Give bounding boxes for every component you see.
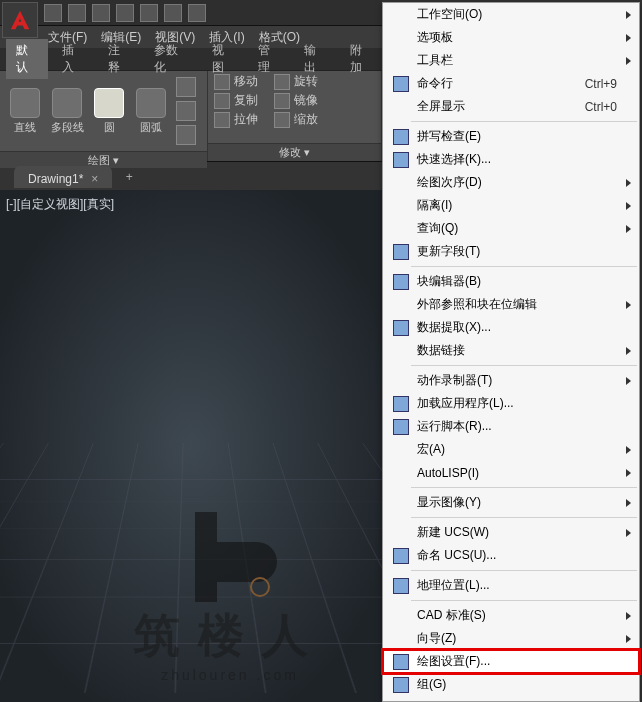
menu-item-label: 工作空间(O) bbox=[413, 6, 633, 23]
menu-item[interactable]: 绘图次序(D) bbox=[383, 171, 639, 194]
menu-item[interactable]: 快速选择(K)... bbox=[383, 148, 639, 171]
ribbon-panel: 直线 多段线 圆 圆弧 绘图 ▾ bbox=[0, 70, 382, 162]
menu-separator bbox=[411, 487, 637, 488]
add-tab-button[interactable]: + bbox=[118, 166, 140, 188]
ribbon-tabs: 默认 插入 注释 参数化 视图 管理 输出 附加 bbox=[0, 48, 382, 70]
menu-item-label: 数据链接 bbox=[413, 342, 633, 359]
menu-item[interactable]: 查询(Q) bbox=[383, 217, 639, 240]
menu-item-icon bbox=[389, 419, 413, 435]
menu-item[interactable]: 宏(A) bbox=[383, 438, 639, 461]
menu-item[interactable]: 外部参照和块在位编辑 bbox=[383, 293, 639, 316]
menu-item[interactable]: 向导(Z) bbox=[383, 627, 639, 650]
menu-item[interactable]: 显示图像(Y) bbox=[383, 491, 639, 514]
menu-item-icon bbox=[389, 152, 413, 168]
menu-item-icon bbox=[389, 677, 413, 693]
menu-item-label: 绘图设置(F)... bbox=[413, 653, 633, 670]
file-tab-drawing1[interactable]: Drawing1* × bbox=[14, 166, 112, 188]
menu-item-label: 运行脚本(R)... bbox=[413, 418, 633, 435]
menu-item[interactable]: 拼写检查(E) bbox=[383, 125, 639, 148]
qat-redo-icon[interactable] bbox=[188, 4, 206, 22]
menu-item-shortcut: Ctrl+0 bbox=[585, 100, 633, 114]
qat-undo-icon[interactable] bbox=[164, 4, 182, 22]
tool-circle[interactable]: 圆 bbox=[90, 88, 128, 135]
menu-item-label: CAD 标准(S) bbox=[413, 607, 633, 624]
menu-item[interactable]: 地理位置(L)... bbox=[383, 574, 639, 597]
menu-item-label: 全屏显示 bbox=[413, 98, 585, 115]
menu-separator bbox=[411, 121, 637, 122]
tool-arc[interactable]: 圆弧 bbox=[132, 88, 170, 135]
menu-item-label: 更新字段(T) bbox=[413, 243, 633, 260]
menu-item-label: 显示图像(Y) bbox=[413, 494, 633, 511]
menu-separator bbox=[411, 517, 637, 518]
close-icon[interactable]: × bbox=[91, 172, 98, 186]
menu-item[interactable]: 组(G) bbox=[383, 673, 639, 696]
menu-item-label: 快速选择(K)... bbox=[413, 151, 633, 168]
file-tab-label: Drawing1* bbox=[28, 172, 83, 186]
tool-line[interactable]: 直线 bbox=[6, 88, 44, 135]
tool-polyline[interactable]: 多段线 bbox=[48, 88, 86, 135]
menu-item-label: 隔离(I) bbox=[413, 197, 633, 214]
menu-item-label: 加载应用程序(L)... bbox=[413, 395, 633, 412]
menu-item[interactable]: 更新字段(T) bbox=[383, 240, 639, 263]
menu-item[interactable]: 运行脚本(R)... bbox=[383, 415, 639, 438]
tool-stretch[interactable]: 拉伸缩放 bbox=[214, 111, 375, 128]
menu-item-icon bbox=[389, 654, 413, 670]
tool-misc-icon[interactable] bbox=[176, 125, 196, 145]
tools-context-menu: 工作空间(O)选项板工具栏命令行Ctrl+9全屏显示Ctrl+0拼写检查(E)快… bbox=[382, 2, 640, 702]
tool-copy[interactable]: 复制镜像 bbox=[214, 92, 375, 109]
menu-item-icon bbox=[389, 548, 413, 564]
qat-open-icon[interactable] bbox=[68, 4, 86, 22]
menu-item[interactable]: 全屏显示Ctrl+0 bbox=[383, 95, 639, 118]
menu-item[interactable]: 绘图设置(F)... bbox=[383, 650, 639, 673]
menu-item-label: 组(G) bbox=[413, 676, 633, 693]
menu-item[interactable]: 数据链接 bbox=[383, 339, 639, 362]
menu-item-label: 块编辑器(B) bbox=[413, 273, 633, 290]
menu-item-icon bbox=[389, 244, 413, 260]
tool-misc-icon[interactable] bbox=[176, 77, 196, 97]
menu-item-label: 新建 UCS(W) bbox=[413, 524, 633, 541]
menu-item-label: 地理位置(L)... bbox=[413, 577, 633, 594]
menu-item-label: AutoLISP(I) bbox=[413, 466, 633, 480]
menu-item-icon bbox=[389, 76, 413, 92]
menu-item-icon bbox=[389, 129, 413, 145]
menu-item[interactable]: 数据提取(X)... bbox=[383, 316, 639, 339]
menu-item[interactable]: 命令行Ctrl+9 bbox=[383, 72, 639, 95]
quick-access-toolbar bbox=[0, 0, 382, 26]
menu-item-label: 选项板 bbox=[413, 29, 633, 46]
menu-item[interactable]: 选项板 bbox=[383, 26, 639, 49]
menu-item[interactable]: 块编辑器(B) bbox=[383, 270, 639, 293]
model-viewport[interactable]: [-][自定义视图][真实] 筑楼人 zhulouren .com bbox=[0, 190, 382, 702]
menu-item[interactable]: 隔离(I) bbox=[383, 194, 639, 217]
menu-item-label: 命名 UCS(U)... bbox=[413, 547, 633, 564]
menu-item[interactable]: 动作录制器(T) bbox=[383, 369, 639, 392]
menu-item-label: 绘图次序(D) bbox=[413, 174, 633, 191]
menu-item[interactable]: 新建 UCS(W) bbox=[383, 521, 639, 544]
tool-misc-icon[interactable] bbox=[176, 101, 196, 121]
menu-item-label: 命令行 bbox=[413, 75, 585, 92]
menu-item-icon bbox=[389, 396, 413, 412]
menu-separator bbox=[411, 365, 637, 366]
menu-item-icon bbox=[389, 320, 413, 336]
menu-item-label: 向导(Z) bbox=[413, 630, 633, 647]
menu-item[interactable]: 加载应用程序(L)... bbox=[383, 392, 639, 415]
qat-new-icon[interactable] bbox=[44, 4, 62, 22]
menu-item-label: 查询(Q) bbox=[413, 220, 633, 237]
qat-saveas-icon[interactable] bbox=[116, 4, 134, 22]
viewport-label[interactable]: [-][自定义视图][真实] bbox=[6, 196, 114, 213]
app-logo[interactable] bbox=[2, 2, 38, 38]
tool-move[interactable]: 移动旋转 bbox=[214, 73, 375, 90]
menu-item-shortcut: Ctrl+9 bbox=[585, 77, 633, 91]
menu-item-label: 宏(A) bbox=[413, 441, 633, 458]
menu-item[interactable]: 工作空间(O) bbox=[383, 3, 639, 26]
qat-save-icon[interactable] bbox=[92, 4, 110, 22]
menu-item-label: 动作录制器(T) bbox=[413, 372, 633, 389]
menu-item[interactable]: CAD 标准(S) bbox=[383, 604, 639, 627]
menu-separator bbox=[411, 570, 637, 571]
menu-item[interactable]: 工具栏 bbox=[383, 49, 639, 72]
menu-item-label: 外部参照和块在位编辑 bbox=[413, 296, 633, 313]
menu-item[interactable]: 命名 UCS(U)... bbox=[383, 544, 639, 567]
group-title-modify[interactable]: 修改 ▾ bbox=[208, 143, 381, 161]
qat-print-icon[interactable] bbox=[140, 4, 158, 22]
menu-item-icon bbox=[389, 274, 413, 290]
menu-item[interactable]: AutoLISP(I) bbox=[383, 461, 639, 484]
